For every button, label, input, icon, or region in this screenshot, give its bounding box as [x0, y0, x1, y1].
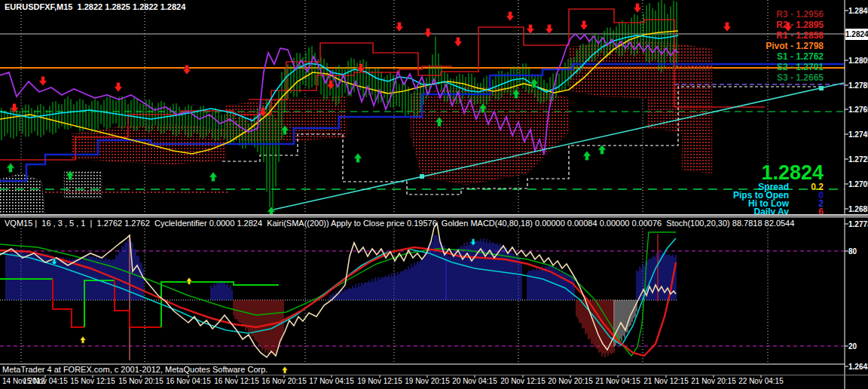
time-axis-label: 15 Nov 12:15: [70, 377, 115, 385]
price-axis-label: 1.2685: [848, 205, 868, 213]
entry-arrow-icon: [80, 336, 86, 343]
red-dotted-cloud: [226, 96, 347, 142]
time-axis-label: 21 Nov 04:15: [595, 377, 640, 385]
time-axis-label: 21 Nov 12:15: [643, 377, 689, 385]
pivot-level-row: R1 - 1.2858: [766, 30, 824, 41]
time-axis-label: 19 Nov 20:15: [405, 377, 450, 385]
indicator-axis-label: 1.2773: [848, 220, 868, 228]
buy-arrow-icon: [583, 151, 591, 161]
chart-title: EURUSDFXF,M15 1.2822 1.2825 1.2822 1.282…: [5, 2, 185, 11]
sell-arrow-icon: [396, 22, 404, 32]
trendline-handle: [819, 86, 824, 90]
trendline-handle: [420, 174, 424, 179]
sell-arrow-icon: [115, 82, 123, 92]
sell-arrow-icon: [580, 20, 588, 30]
price-axis-label: 1.2745: [848, 130, 868, 139]
sell-arrow-icon: [424, 28, 432, 38]
indicator-axis-label: 20: [848, 342, 857, 351]
time-axis-label: 15 Nov 20:15: [118, 377, 164, 385]
sell-arrow-icon: [546, 24, 554, 34]
entry-arrow-icon: [186, 277, 192, 284]
sell-arrow-icon: [327, 80, 335, 90]
sell-arrow-icon: [634, 3, 642, 13]
price-axis-label: 1.2785: [848, 81, 868, 90]
buy-arrow-icon: [209, 172, 218, 182]
buy-arrow-icon: [598, 145, 607, 155]
sell-arrow-icon: [723, 22, 732, 32]
panel-splitter[interactable]: [0, 214, 868, 218]
entry-arrow-icon: [282, 366, 288, 373]
price-info-rows: Spread0.2Pips to Open0Hi to Low2Daily Av…: [733, 183, 824, 216]
time-axis-label: 16 Nov 12:15: [214, 377, 259, 385]
time-axis-label: 15 Nov 04:15: [23, 377, 68, 385]
time-axis-label: 21 Nov 20:15: [691, 377, 736, 385]
price-axis-label: 1.2805: [848, 57, 868, 65]
current-price-value: 1.2824: [733, 162, 824, 183]
time-axis-label: 20 Nov 12:15: [500, 377, 546, 385]
price-axis-label: 1.2845: [848, 7, 868, 15]
time-axis-label: 20 Nov 20:15: [548, 377, 593, 385]
buy-arrow-icon: [7, 163, 15, 173]
pivot-level-row: R3 - 1.2956: [766, 9, 824, 20]
time-axis-label: 16 Nov 04:15: [166, 377, 211, 385]
time-axis-line: [0, 375, 868, 375]
pivot-level-row: R2 - 1.2895: [766, 20, 824, 30]
time-axis-label: 19 Nov 12:15: [357, 377, 402, 385]
indicator-axis-label: 1.2643: [848, 363, 868, 371]
indicator-status-bar: VQM15 | 16 , 3 , 5 , 1 | 1.2762 1.2762 C…: [5, 219, 794, 228]
buy-arrow-icon: [354, 153, 362, 163]
time-axis-label: 17 Nov 04:15: [309, 377, 354, 385]
price-axis-label: 1.2705: [848, 180, 868, 188]
pivot-level-row: S1 - 1.2762: [766, 51, 824, 62]
pivot-level-row: Pivot - 1.2798: [766, 41, 824, 51]
bid-price-tag: 1.2824: [845, 29, 868, 40]
sell-arrow-icon: [527, 24, 535, 34]
price-axis-label: 1.2725: [848, 155, 868, 164]
terminal-copyright: MetaTrader 4 at FOREX.com, c 2001-2012, …: [2, 365, 267, 374]
sell-arrow-icon: [454, 37, 463, 47]
exit-arrow-icon: [470, 239, 476, 246]
price-axis-label: 1.2765: [848, 106, 868, 114]
sell-arrow-icon: [183, 65, 191, 75]
red-dotted-cloud: [411, 87, 569, 185]
time-axis-label: 20 Nov 04:15: [452, 377, 497, 385]
pivot-levels-panel: R3 - 1.2956R2 - 1.2895R1 - 1.2858Pivot -…: [766, 9, 824, 83]
time-axis-label: 22 Nov 04:15: [738, 377, 784, 385]
sell-arrow-icon: [506, 11, 515, 21]
pivot-level-row: S3 - 1.2665: [766, 72, 824, 83]
price-info-panel: 1.2824 Spread0.2Pips to Open0Hi to Low2D…: [733, 162, 824, 216]
sell-arrow-icon: [39, 76, 47, 86]
indicator-axis-label: 80: [848, 247, 857, 256]
time-axis-label: 16 Nov 20:15: [261, 377, 307, 385]
pivot-level-row: S2 - 1.2701: [766, 62, 824, 72]
